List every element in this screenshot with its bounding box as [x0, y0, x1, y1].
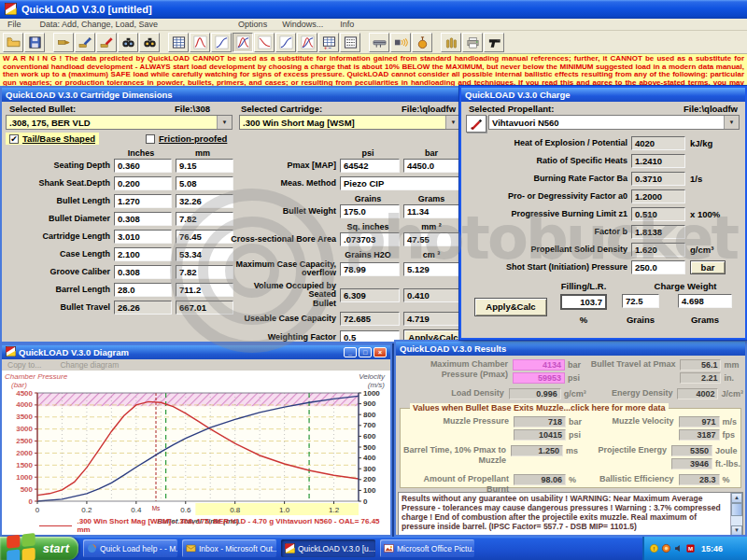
mcafee-tray-icon[interactable]: M — [685, 543, 696, 553]
scroll-thumb[interactable] — [731, 503, 742, 516]
save-file-icon[interactable] — [24, 33, 45, 52]
diagram-menu-item[interactable]: Copy to... — [7, 360, 41, 370]
close-icon[interactable]: × — [374, 347, 387, 357]
dim-mm-field[interactable]: 76.45 — [176, 230, 233, 244]
pressure-travel-curve-icon[interactable] — [254, 33, 275, 52]
dim-inches-field[interactable]: 0.200 — [114, 176, 172, 190]
friction-checkbox[interactable] — [146, 134, 155, 144]
pressure-time-curve-icon[interactable] — [190, 33, 210, 52]
svg-text:800: 800 — [363, 411, 376, 419]
dim-inches-field[interactable]: 0.308 — [114, 265, 172, 279]
cartridge-window-body: Selected Bullet: File:\308 Selected Cart… — [2, 102, 459, 342]
dim-inches-field[interactable]: 1.270 — [114, 194, 172, 208]
charge-apply-calc-button[interactable]: Apply&Calc — [474, 298, 547, 316]
combined-time-curve-icon[interactable] — [233, 33, 253, 52]
dim-mm-field[interactable]: 32.26 — [176, 194, 233, 208]
velocity-travel-curve-icon[interactable] — [275, 33, 296, 52]
dim-inches-field[interactable]: 3.010 — [114, 230, 172, 244]
combined-travel-curve-icon[interactable] — [297, 33, 317, 52]
charge-window-titlebar[interactable]: QuickLOAD V.3.0 Charge — [461, 88, 745, 102]
tail-base-checkbox[interactable]: ✔ — [9, 134, 19, 144]
menu-item-file[interactable]: File — [7, 20, 21, 29]
shield-tray-icon[interactable]: ! — [649, 543, 659, 553]
taskbar-task-item[interactable]: Quick Load help - - M... — [83, 539, 177, 557]
chevron-down-icon[interactable]: ▼ — [217, 116, 232, 129]
open-file-icon[interactable] — [3, 33, 23, 52]
tail-base-checkbox-row[interactable]: ✔ Tail/Base Shaped — [6, 133, 99, 145]
result-table-icon[interactable] — [168, 33, 189, 52]
pressure-unit-button[interactable]: bar — [690, 260, 726, 274]
search-powder-red-icon[interactable] — [139, 33, 160, 52]
diagram-window-titlebar[interactable]: QuickLOAD V.3.0 Diagram _ □ × — [2, 345, 390, 359]
charge-value-field[interactable]: 250.0 — [631, 260, 685, 274]
menu-item-windows...[interactable]: Windows... — [282, 20, 323, 29]
results-window-titlebar[interactable]: QuickLOAD V.3.0 Results — [396, 342, 745, 356]
dim-inches-field[interactable]: 28.0 — [114, 283, 172, 297]
muzzle-group-title[interactable]: Values when Bullet Base Exits Muzzle...c… — [410, 403, 669, 413]
taskbar-task-item[interactable]: Microsoft Office Pictu... — [380, 539, 474, 557]
alert-tray-icon[interactable] — [661, 543, 671, 553]
dim-mm-field[interactable]: 9.15 — [176, 159, 233, 173]
volume-tray-icon[interactable] — [673, 543, 684, 553]
print-icon[interactable] — [462, 33, 483, 52]
filling-field[interactable]: 103.7 — [560, 294, 607, 310]
propellant-edit-icon[interactable] — [466, 115, 486, 133]
taskbar-task-active[interactable]: QuickLOAD V.3.0 [u... — [281, 539, 375, 557]
charge-grains-field[interactable]: 72.5 — [622, 294, 659, 308]
chevron-down-icon[interactable]: ▼ — [724, 116, 739, 129]
maximize-icon[interactable]: □ — [359, 347, 372, 357]
bullet-dropdown[interactable]: .308, 175, BER VLD ▼ — [6, 115, 233, 130]
diagram-plot-area: 0500100015002000250030003500400045000100… — [2, 371, 390, 535]
dim-mm-field[interactable]: 7.82 — [176, 265, 233, 279]
cartridge-data-icon[interactable] — [53, 33, 74, 52]
propellant-dropdown[interactable]: Vihtavuori N560 ▼ — [488, 115, 740, 130]
search-powder-icon[interactable] — [118, 33, 138, 52]
case-value-field[interactable]: 175.0 — [340, 204, 400, 218]
velocity-time-curve-icon[interactable] — [211, 33, 232, 52]
friction-checkbox-row[interactable]: Friction-proofed — [142, 133, 231, 145]
edit-bullet-icon[interactable] — [75, 33, 95, 52]
minimize-icon[interactable]: _ — [344, 347, 357, 357]
barrel-icon[interactable] — [369, 33, 389, 52]
meas-method-field[interactable]: Piezo CIP — [340, 176, 459, 190]
case-value-field[interactable]: 64542 — [340, 159, 400, 173]
case-value-field[interactable]: .073703 — [340, 232, 400, 246]
case-value-field[interactable]: 4450.0 — [403, 159, 459, 173]
dim-inches-field[interactable]: 0.308 — [114, 212, 172, 226]
scroll-up-icon[interactable]: ▲ — [731, 493, 742, 503]
muzzle-blast-icon[interactable] — [390, 33, 411, 52]
dim-mm-field[interactable]: 53.34 — [176, 247, 233, 261]
table-plus-minus-icon[interactable]: +− — [318, 33, 339, 52]
chevron-down-icon[interactable]: ▼ — [445, 116, 459, 129]
scroll-down-icon[interactable]: ▼ — [731, 525, 742, 535]
dim-mm-field[interactable]: 711.2 — [176, 283, 233, 297]
charge-bottom: Filling/L.R. Charge Weight 103.7 72.5 4.… — [461, 279, 745, 338]
menu-item-info[interactable]: Info — [340, 20, 354, 29]
column-header: mm — [172, 148, 233, 158]
case-value-field[interactable]: 78.99 — [340, 262, 400, 276]
pistol-icon[interactable] — [484, 33, 504, 52]
menu-item-data[interactable]: Data: Add, Change, Load, Save — [40, 20, 159, 29]
results-values: 718bar10415psi — [514, 416, 585, 442]
diagram-menu-item[interactable]: Change diagram — [60, 360, 119, 370]
results-value-line: 3946ft.-lbs. — [671, 458, 740, 469]
cartridge-window-titlebar[interactable]: QuickLOAD V.3.0 Cartridge Dimensions — [2, 88, 459, 102]
cartridge-dropdown[interactable]: .300 Win Short Mag [WSM] ▼ — [239, 115, 459, 130]
powder-flask-icon[interactable] — [412, 33, 432, 52]
dim-inches-field[interactable]: 2.100 — [114, 247, 172, 261]
dim-mm-field[interactable]: 5.08 — [176, 176, 233, 190]
results-scrollbar[interactable]: ▲ ▼ — [730, 493, 742, 535]
case-value-field[interactable]: 0.5 — [340, 330, 400, 342]
case-value-field[interactable]: 5.129 — [403, 262, 459, 276]
charge-grams-field[interactable]: 4.698 — [678, 294, 732, 308]
taskbar-task-item[interactable]: Inbox - Microsoft Out... — [182, 539, 276, 557]
list-icon[interactable] — [340, 33, 360, 52]
start-button[interactable]: start — [0, 537, 78, 560]
case-value-field[interactable]: 47.55 — [403, 232, 459, 246]
edit-bullet-red-icon[interactable] — [96, 33, 117, 52]
dim-inches-field[interactable]: 0.360 — [114, 159, 172, 173]
case-value-field[interactable]: 11.34 — [403, 204, 459, 218]
dim-mm-field[interactable]: 7.82 — [176, 212, 233, 226]
menu-item-options[interactable]: Options — [238, 20, 267, 29]
cartridges-icon[interactable] — [441, 33, 461, 52]
